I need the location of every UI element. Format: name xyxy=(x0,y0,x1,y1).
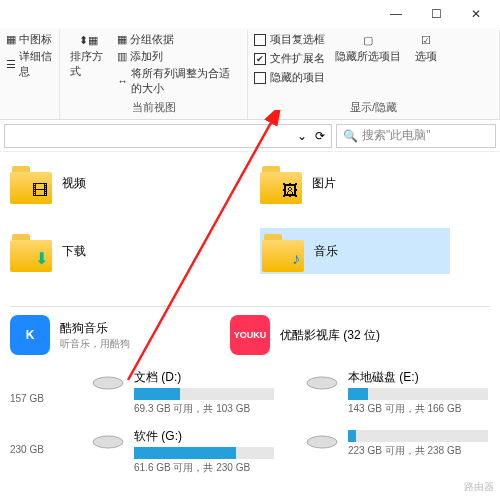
file-ext-checkbox[interactable]: ✔文件扩展名 xyxy=(254,51,325,66)
svg-point-0 xyxy=(93,377,123,389)
minimize-button[interactable]: — xyxy=(376,0,416,28)
options-button[interactable]: ☑ 选项 xyxy=(411,32,441,66)
disk-icon xyxy=(90,369,126,397)
window-titlebar: — ☐ ✕ xyxy=(0,0,500,28)
sort-button[interactable]: ⬍▦ 排序方式 xyxy=(66,32,111,81)
drives-header xyxy=(10,304,490,307)
drive-h[interactable]: 223 GB 可用，共 238 GB xyxy=(304,428,488,458)
add-column-button[interactable]: ▥添加列 xyxy=(117,49,241,64)
download-icon: ⬇ xyxy=(35,249,48,268)
hide-selected-button[interactable]: ▢ 隐藏所选项目 xyxy=(331,32,405,66)
folder-downloads[interactable]: ⬇ 下载 xyxy=(10,228,200,274)
app-youku[interactable]: YOUKU 优酷影视库 (32 位) xyxy=(230,315,380,355)
address-box[interactable]: ⌄ ⟳ xyxy=(4,124,332,148)
fit-columns-button[interactable]: ↔将所有列调整为合适的大小 xyxy=(117,66,241,96)
svg-point-1 xyxy=(93,436,123,448)
drive-g[interactable]: 软件 (G:) 61.6 GB 可用，共 230 GB xyxy=(90,428,274,475)
drive-free-1: 157 GB xyxy=(10,393,60,404)
drives-grid: 157 GB 230 GB 文档 (D:) 69.3 GB 可用，共 103 G… xyxy=(10,369,490,475)
content-area: 🎞 视频 🖼 图片 ⬇ 下载 ♪ 音乐 K 酷狗音乐听音乐，用酷狗 xyxy=(0,152,500,475)
drive-d[interactable]: 文档 (D:) 69.3 GB 可用，共 103 GB xyxy=(90,369,274,416)
current-view-label: 当前视图 xyxy=(66,98,241,117)
svg-point-3 xyxy=(307,436,337,448)
close-button[interactable]: ✕ xyxy=(456,0,496,28)
item-checkboxes-checkbox[interactable]: 项目复选框 xyxy=(254,32,325,47)
details-option[interactable]: ☰详细信息 xyxy=(6,49,53,79)
address-bar: ⌄ ⟳ 🔍 搜索"此电脑" xyxy=(0,120,500,152)
medium-icons-option[interactable]: ▦中图标 xyxy=(6,32,53,47)
folder-music[interactable]: ♪ 音乐 xyxy=(260,228,450,274)
sort-icon: ⬍▦ xyxy=(79,34,98,47)
dropdown-icon[interactable]: ⌄ xyxy=(297,129,307,143)
watermark: 路由器 xyxy=(464,480,494,494)
disk-icon xyxy=(304,369,340,397)
music-icon: ♪ xyxy=(292,250,300,268)
hidden-items-checkbox[interactable]: 隐藏的项目 xyxy=(254,70,325,85)
folder-pictures[interactable]: 🖼 图片 xyxy=(260,162,450,204)
svg-point-2 xyxy=(307,377,337,389)
folder-video[interactable]: 🎞 视频 xyxy=(10,162,200,204)
hide-icon: ▢ xyxy=(363,34,373,47)
refresh-icon[interactable]: ⟳ xyxy=(315,129,325,143)
picture-icon: 🖼 xyxy=(282,182,298,200)
drive-free-2: 230 GB xyxy=(10,444,60,455)
drive-e[interactable]: 本地磁盘 (E:) 143 GB 可用，共 166 GB xyxy=(304,369,488,416)
film-icon: 🎞 xyxy=(32,182,48,200)
search-input[interactable]: 🔍 搜索"此电脑" xyxy=(336,124,496,148)
app-kugou[interactable]: K 酷狗音乐听音乐，用酷狗 xyxy=(10,315,130,355)
disk-icon xyxy=(304,428,340,456)
maximize-button[interactable]: ☐ xyxy=(416,0,456,28)
group-icon: ▦ xyxy=(117,33,127,46)
disk-icon xyxy=(90,428,126,456)
group-by-button[interactable]: ▦分组依据 xyxy=(117,32,241,47)
options-icon: ☑ xyxy=(421,34,431,47)
add-column-icon: ▥ xyxy=(117,50,127,63)
show-hide-label: 显示/隐藏 xyxy=(254,98,493,117)
search-icon: 🔍 xyxy=(343,129,358,143)
ribbon: ▦中图标 ☰详细信息 ⬍▦ 排序方式 ▦分组依据 ▥添加列 ↔将所有列调整为合适… xyxy=(0,28,500,120)
fit-icon: ↔ xyxy=(117,75,128,87)
